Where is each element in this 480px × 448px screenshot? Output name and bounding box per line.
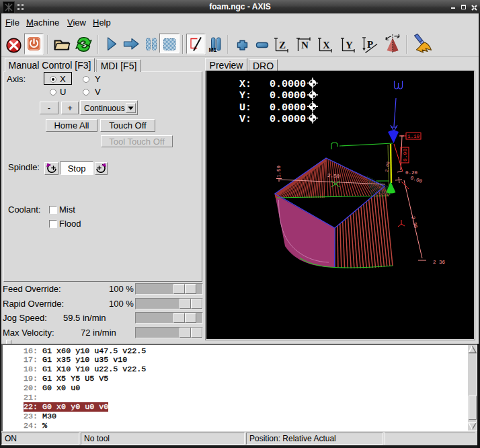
svg-text:2.50: 2.50 [327, 173, 340, 179]
svg-text:2.00: 2.00 [385, 161, 391, 173]
svg-text:1.50: 1.50 [276, 165, 282, 178]
svg-text:Z: Z [279, 40, 286, 50]
svg-text:0.00: 0.00 [409, 175, 423, 184]
svg-text:X: X [323, 40, 330, 50]
svg-text:2.36: 2.36 [410, 216, 419, 229]
svg-text:Y: Y [346, 40, 353, 50]
svg-text:N: N [301, 40, 309, 50]
svg-text:2 36: 2 36 [433, 260, 446, 265]
svg-text:M1: M1 [209, 46, 217, 53]
svg-text:1.10: 1.10 [407, 134, 420, 139]
svg-text:0.90: 0.90 [402, 149, 408, 161]
